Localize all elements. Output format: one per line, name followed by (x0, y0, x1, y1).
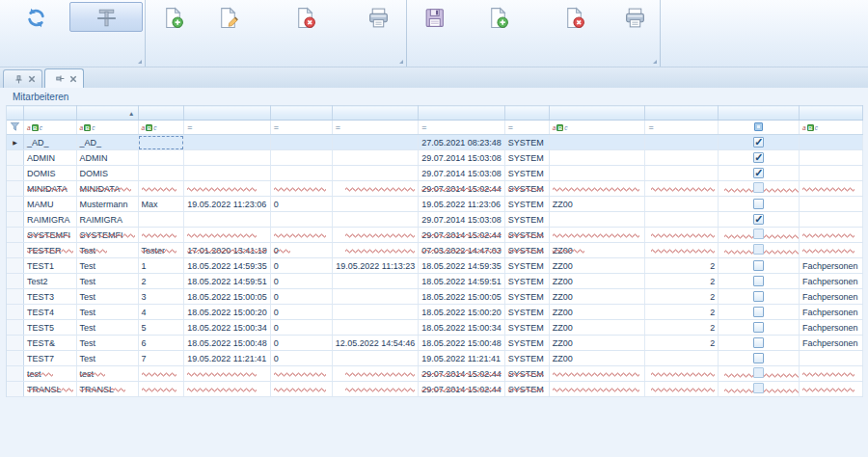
cell-datumGeaendert[interactable]: 29.07.2014 15:02:44 (419, 228, 505, 243)
cell-wrongLogin[interactable]: 0 (270, 243, 332, 258)
cell-mandanten[interactable]: ZZ00 (549, 351, 645, 366)
cell-visum2[interactable]: SYSTEM (504, 228, 549, 243)
cell-schnittstellen[interactable] (719, 181, 800, 197)
cell-mandanten[interactable] (549, 150, 645, 166)
cell-visum2[interactable]: SYSTEM (504, 366, 549, 382)
tab-bewohnerliste[interactable] (3, 69, 42, 88)
cell-name[interactable]: _AD_ (76, 135, 138, 150)
cell-mandanten[interactable]: ZZ00 (549, 336, 645, 351)
cell-hierarchie[interactable]: 2 (645, 336, 719, 351)
cell-name[interactable]: RAIMIGRA (76, 212, 138, 228)
cell-wrongLogin[interactable] (270, 150, 332, 166)
cell-rollen[interactable] (800, 351, 863, 366)
mitarbeiter-drucken-button[interactable] (352, 2, 404, 32)
cell-schnittstellen[interactable] (719, 274, 800, 289)
table-row-deactivated[interactable]: SYSTEMFISYSTEMFI29.07.2014 15:02:44SYSTE… (7, 228, 863, 243)
cell-hierarchie[interactable] (645, 212, 719, 228)
cell-vorname[interactable]: 4 (138, 305, 184, 320)
cell-hierarchie[interactable]: 2 (645, 274, 719, 289)
cell-schnittstellen[interactable] (719, 289, 800, 305)
cell-letztesLogin[interactable] (332, 166, 419, 181)
cell-wrongLogin[interactable]: 0 (270, 351, 332, 366)
cell-vorname[interactable] (138, 135, 184, 150)
cell-datumGeaendert[interactable]: 19.05.2022 11:21:41 (419, 351, 505, 366)
cell-name[interactable]: Test (76, 305, 138, 320)
drucken-button[interactable] (611, 2, 658, 32)
cell-name[interactable]: test (76, 366, 138, 382)
cell-vorname[interactable] (138, 212, 184, 228)
cell-visum[interactable]: TESTER (24, 243, 77, 258)
group-dialog-launcher-icon[interactable] (399, 60, 403, 64)
cell-mandanten[interactable] (549, 212, 645, 228)
deaktivierte-eintr-ge-anzeigen-button[interactable] (69, 2, 143, 32)
column-header-visum-8[interactable] (504, 106, 549, 121)
column-header-indicator[interactable] (7, 106, 24, 121)
checkbox-unchecked[interactable] (753, 353, 764, 363)
cell-changedPw[interactable]: 18.05.2022 15:00:34 (184, 320, 271, 336)
cell-schnittstellen[interactable] (719, 228, 800, 243)
table-row-deactivated[interactable]: TRANSLTRANSL29.07.2014 15:02:44SYSTEM (7, 382, 863, 397)
cell-visum2[interactable]: SYSTEM (504, 181, 549, 197)
cell-vorname[interactable]: 1 (138, 258, 184, 274)
cell-hierarchie[interactable]: 2 (645, 320, 719, 336)
cell-visum[interactable]: TEST7 (24, 351, 77, 366)
cell-visum2[interactable]: SYSTEM (504, 351, 549, 366)
cell-changedPw[interactable]: 18.05.2022 15:00:05 (184, 289, 271, 305)
close-icon[interactable] (27, 75, 36, 84)
cell-datumGeaendert[interactable]: 18.05.2022 15:00:05 (419, 289, 505, 305)
table-row[interactable]: ▶_AD__AD_27.05.2021 08:23:48SYSTEM (7, 135, 863, 150)
cell-name[interactable]: Test (76, 274, 138, 289)
cell-letztesLogin[interactable]: 19.05.2022 11:13:23 (332, 258, 419, 274)
mitarbeiter-aktivieren-deaktivieren-button[interactable] (258, 2, 352, 32)
cell-letztesLogin[interactable] (332, 274, 419, 289)
cell-changedPw[interactable] (184, 212, 271, 228)
cell-visum[interactable]: RAIMIGRA (24, 212, 77, 228)
cell-hierarchie[interactable] (645, 166, 719, 181)
cell-datumGeaendert[interactable]: 29.07.2014 15:03:08 (419, 212, 505, 228)
filter-cell-visum[interactable]: aBc (24, 121, 77, 135)
cell-vorname[interactable] (138, 366, 184, 382)
cell-hierarchie[interactable] (645, 150, 719, 166)
cell-visum2[interactable]: SYSTEM (504, 135, 549, 150)
mitarbeiter-zur-rolle-hinzuf-gen-button[interactable] (459, 2, 536, 32)
table-row[interactable]: MAMUMustermannMax19.05.2022 11:23:06019.… (7, 197, 863, 212)
cell-wrongLogin[interactable]: 0 (270, 289, 332, 305)
cell-visum2[interactable]: SYSTEM (504, 382, 549, 397)
cell-hierarchie[interactable]: 2 (645, 305, 719, 320)
table-row[interactable]: Test2Test218.05.2022 14:59:51018.05.2022… (7, 274, 863, 289)
checkbox[interactable] (753, 367, 764, 378)
cell-mandanten[interactable] (549, 382, 645, 397)
cell-mandanten[interactable] (549, 166, 645, 181)
cell-mandanten[interactable]: ZZ00 (549, 258, 645, 274)
cell-rollen[interactable]: Fachpersonen (800, 274, 863, 289)
cell-letztesLogin[interactable] (332, 150, 419, 166)
cell-letztesLogin[interactable] (332, 320, 419, 336)
cell-letztesLogin[interactable] (332, 228, 419, 243)
checkbox-unchecked[interactable] (753, 260, 764, 271)
cell-datumGeaendert[interactable]: 18.05.2022 15:00:48 (419, 336, 505, 351)
cell-rollen[interactable] (800, 228, 863, 243)
cell-letztesLogin[interactable] (332, 366, 419, 382)
cell-visum2[interactable]: SYSTEM (504, 258, 549, 274)
cell-letztesLogin[interactable] (332, 212, 419, 228)
table-row-deactivated[interactable]: TESTERTestTester17.01.2020 13:41:18007.0… (7, 243, 863, 258)
cell-wrongLogin[interactable] (270, 366, 332, 382)
checkbox-checked[interactable] (753, 137, 764, 148)
cell-visum[interactable]: SYSTEMFI (24, 228, 77, 243)
cell-hierarchie[interactable] (645, 197, 719, 212)
cell-schnittstellen[interactable] (719, 305, 800, 320)
cell-vorname[interactable]: 2 (138, 274, 184, 289)
table-row[interactable]: RAIMIGRARAIMIGRA29.07.2014 15:03:08SYSTE… (7, 212, 863, 228)
cell-letztesLogin[interactable] (332, 243, 419, 258)
cell-mandanten[interactable] (549, 366, 645, 382)
cell-datumGeaendert[interactable]: 29.07.2014 15:03:08 (419, 150, 505, 166)
cell-changedPw[interactable]: 18.05.2022 15:00:48 (184, 336, 271, 351)
cell-visum[interactable]: TEST1 (24, 258, 77, 274)
cell-rollen[interactable] (800, 366, 863, 382)
cell-letztesLogin[interactable]: 12.05.2022 14:54:46 (332, 336, 419, 351)
cell-visum[interactable]: TEST& (24, 336, 77, 351)
filter-cell-ind[interactable] (7, 121, 24, 135)
cell-schnittstellen[interactable] (719, 382, 800, 397)
cell-name[interactable]: Mustermann (76, 197, 138, 212)
cell-mandanten[interactable] (549, 135, 645, 150)
